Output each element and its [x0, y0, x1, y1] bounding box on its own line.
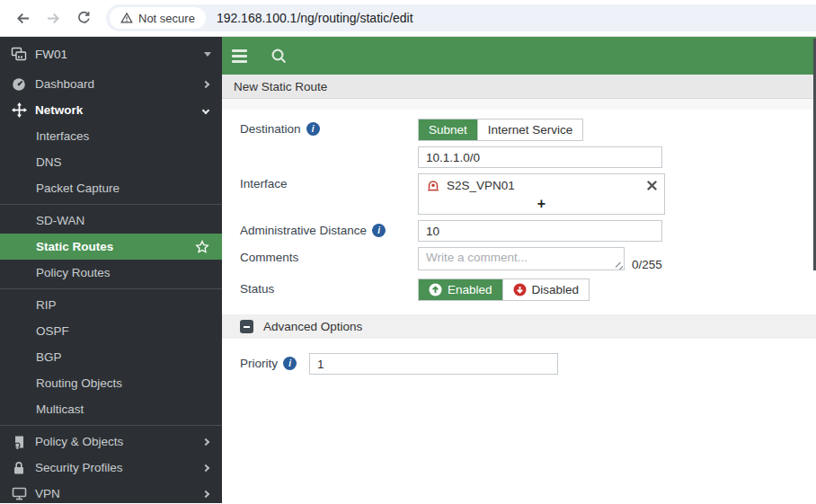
collapse-section-button[interactable] — [240, 320, 253, 333]
interface-selected-entry: S2S_VPN01 — [419, 174, 664, 196]
option-label: Enabled — [448, 282, 492, 297]
favorite-star-icon[interactable] — [195, 240, 209, 254]
option-label: Subnet — [429, 122, 467, 137]
site-security-chip[interactable]: Not secure — [110, 7, 206, 29]
back-button[interactable] — [9, 4, 36, 31]
destination-type-internet-service-button[interactable]: Internet Service — [477, 119, 583, 140]
sidebar: FW01 Dashboard Network Interfaces DNS Pa… — [0, 37, 222, 503]
sidebar-item-label: Policy & Objects — [35, 435, 123, 448]
monitor-icon — [11, 487, 27, 500]
sidebar-item-interfaces[interactable]: Interfaces — [0, 123, 222, 149]
chevron-right-icon — [202, 464, 209, 471]
add-interface-button[interactable]: + — [419, 196, 664, 214]
sidebar-item-label: SD-WAN — [36, 214, 84, 227]
destination-subnet-input[interactable] — [418, 146, 662, 168]
refresh-icon — [76, 11, 91, 25]
comments-label: Comments — [240, 251, 298, 264]
sidebar-item-bgp[interactable]: BGP — [0, 344, 222, 370]
chevron-right-icon — [202, 80, 209, 87]
option-label: Internet Service — [488, 122, 573, 137]
device-caret-icon — [204, 52, 211, 57]
sidebar-item-label: Static Routes — [36, 240, 113, 253]
hamburger-menu-icon[interactable] — [232, 49, 247, 63]
sidebar-divider — [0, 288, 222, 289]
sidebar-item-multicast[interactable]: Multicast — [0, 396, 222, 422]
back-arrow-icon — [15, 11, 31, 26]
remove-interface-button[interactable] — [647, 181, 657, 190]
sidebar-item-label: Multicast — [36, 402, 84, 416]
info-icon[interactable]: i — [306, 122, 320, 136]
tunnel-interface-icon — [426, 178, 440, 192]
priority-input[interactable] — [309, 353, 558, 375]
dashboard-gauge-icon — [11, 77, 27, 92]
address-bar[interactable]: Not secure 192.168.100.1/ng/routing/stat… — [106, 4, 816, 31]
advanced-options-header: Advanced Options — [222, 314, 816, 339]
sidebar-item-dns[interactable]: DNS — [0, 149, 222, 175]
comments-textarea[interactable] — [418, 247, 625, 270]
search-icon[interactable] — [271, 48, 288, 65]
chevron-right-icon — [202, 490, 209, 497]
forward-button[interactable] — [40, 4, 67, 31]
sidebar-item-label: BGP — [36, 350, 62, 364]
device-selector[interactable]: FW01 — [0, 37, 222, 71]
resize-handle[interactable] — [616, 262, 623, 270]
top-header-bar — [222, 37, 816, 75]
warning-icon — [120, 12, 133, 24]
destination-type-subnet-button[interactable]: Subnet — [419, 119, 477, 140]
info-icon[interactable]: i — [283, 357, 297, 370]
priority-label: Priority — [240, 357, 278, 370]
admin-distance-input[interactable] — [418, 220, 662, 242]
option-label: Disabled — [532, 282, 580, 297]
sidebar-item-label: OSPF — [36, 324, 69, 338]
fortigate-device-icon — [11, 47, 27, 61]
sidebar-item-label: Packet Capture — [36, 181, 120, 195]
sidebar-item-label: RIP — [36, 298, 57, 312]
network-move-icon — [11, 102, 27, 118]
sidebar-item-static-routes[interactable]: Static Routes — [0, 234, 222, 260]
disabled-arrow-down-icon — [513, 283, 527, 296]
sidebar-item-label: DNS — [36, 155, 62, 169]
admin-distance-label: Administrative Distance — [240, 224, 367, 237]
sidebar-item-rip[interactable]: RIP — [0, 292, 222, 318]
sidebar-item-policy-objects[interactable]: Policy & Objects — [0, 429, 222, 455]
close-icon — [647, 181, 657, 190]
status-toggle: Enabled Disabled — [418, 279, 590, 301]
sidebar-item-vpn[interactable]: VPN — [0, 481, 222, 503]
sidebar-item-routing-objects[interactable]: Routing Objects — [0, 370, 222, 396]
sidebar-item-policy-routes[interactable]: Policy Routes — [0, 260, 222, 286]
policy-document-icon — [11, 435, 27, 449]
interface-name: S2S_VPN01 — [447, 179, 515, 192]
status-label: Status — [240, 282, 274, 296]
lock-icon — [11, 461, 27, 475]
interface-label: Interface — [240, 177, 288, 190]
interface-select-box[interactable]: S2S_VPN01 + — [418, 173, 665, 215]
sidebar-item-label: Routing Objects — [36, 376, 122, 390]
sidebar-item-security-profiles[interactable]: Security Profiles — [0, 455, 222, 481]
sidebar-item-ospf[interactable]: OSPF — [0, 318, 222, 344]
static-route-form: Destination i Subnet Internet Service In… — [222, 110, 816, 503]
breadcrumb: New Static Route — [222, 75, 816, 99]
main-content: New Static Route Destination i Subnet In… — [222, 37, 816, 503]
sidebar-item-packet-capture[interactable]: Packet Capture — [0, 175, 222, 201]
comments-counter: 0/255 — [632, 258, 662, 273]
chevron-right-icon — [202, 438, 209, 445]
sidebar-item-label: Interfaces — [36, 129, 89, 143]
chevron-down-icon — [202, 106, 209, 113]
status-disabled-button[interactable]: Disabled — [502, 279, 590, 300]
sidebar-item-label: Policy Routes — [36, 266, 111, 279]
status-enabled-button[interactable]: Enabled — [419, 279, 502, 300]
destination-label: Destination — [240, 122, 301, 136]
sidebar-item-network[interactable]: Network — [0, 97, 222, 123]
sidebar-divider — [0, 204, 222, 205]
destination-type-toggle: Subnet Internet Service — [418, 119, 583, 141]
sidebar-item-dashboard[interactable]: Dashboard — [0, 71, 222, 97]
device-name: FW01 — [35, 48, 67, 61]
sidebar-item-sd-wan[interactable]: SD-WAN — [0, 208, 222, 234]
enabled-arrow-up-icon — [429, 283, 442, 296]
info-icon[interactable]: i — [372, 224, 386, 237]
sidebar-item-label: Network — [35, 103, 83, 117]
app-window: FW01 Dashboard Network Interfaces DNS Pa… — [0, 37, 816, 503]
page-title: New Static Route — [234, 80, 327, 93]
refresh-button[interactable] — [70, 4, 97, 31]
sidebar-divider — [0, 425, 222, 426]
